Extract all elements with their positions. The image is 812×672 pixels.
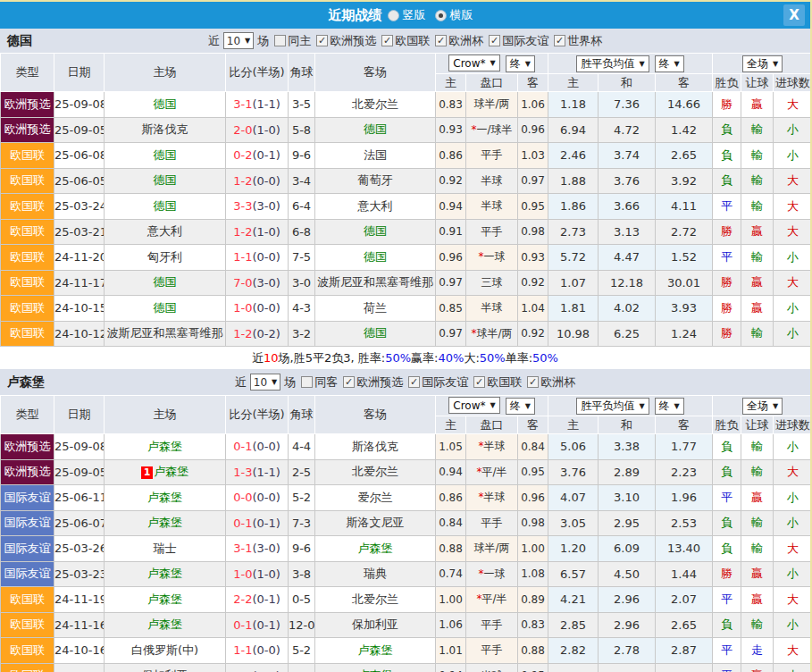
away-team[interactable]: 德国: [315, 117, 436, 143]
europe-period-select[interactable]: 终: [655, 55, 684, 72]
away-team[interactable]: 斯洛文尼亚: [315, 510, 436, 536]
home-team[interactable]: 卢森堡: [105, 510, 226, 536]
away-team[interactable]: 爱尔兰: [315, 485, 436, 511]
away-team[interactable]: 法国: [315, 143, 436, 169]
away-team[interactable]: 卢森堡: [315, 536, 436, 562]
league-type: 欧国联: [1, 296, 54, 322]
away-team[interactable]: 斯洛伐克: [315, 434, 436, 460]
asia-handicap: *平/半: [466, 459, 518, 485]
result-scope-select[interactable]: 全场: [742, 398, 783, 415]
away-team[interactable]: 卢森堡: [315, 663, 436, 672]
col-home: 主场: [105, 396, 226, 434]
league-filter[interactable]: ✓欧洲杯: [435, 33, 483, 49]
corners: 3-2: [289, 321, 315, 347]
checkbox-checked-icon[interactable]: ✓: [343, 376, 355, 388]
europe-away-odds: 1.42: [656, 117, 713, 143]
league-filter[interactable]: ✓欧洲杯: [527, 374, 575, 391]
home-team[interactable]: 德国: [105, 270, 226, 296]
checkbox-checked-icon[interactable]: ✓: [316, 35, 328, 46]
league-filter[interactable]: ✓国际友谊: [408, 374, 468, 391]
col-type: 类型: [1, 396, 54, 434]
home-team[interactable]: 德国: [105, 194, 226, 220]
away-team[interactable]: 瑞典: [315, 561, 436, 587]
checkbox-unchecked-icon[interactable]: [301, 376, 313, 388]
corners: 5-8: [289, 117, 315, 143]
asia-period-select[interactable]: 终: [506, 398, 535, 415]
asia-source-select[interactable]: Crow*: [448, 55, 499, 71]
europe-period-select[interactable]: 终: [655, 398, 684, 415]
home-team[interactable]: 卢森堡: [105, 587, 226, 613]
match-count-select[interactable]: 10: [250, 374, 280, 391]
same-venue-filter[interactable]: 同主: [274, 33, 311, 49]
checkbox-checked-icon[interactable]: ✓: [554, 35, 565, 46]
asia-period-select[interactable]: 终: [506, 55, 535, 72]
away-team[interactable]: 葡萄牙: [315, 168, 436, 194]
home-team[interactable]: 德国: [105, 143, 226, 169]
away-team[interactable]: 荷兰: [315, 296, 436, 322]
match-date: 25-06-08: [54, 143, 105, 169]
away-team[interactable]: 德国: [315, 219, 436, 245]
checkbox-checked-icon[interactable]: ✓: [473, 376, 485, 388]
radio-icon[interactable]: [435, 10, 447, 21]
home-team[interactable]: 匈牙利: [105, 245, 226, 271]
home-team[interactable]: 斯洛伐克: [105, 117, 226, 143]
home-team[interactable]: 德国: [105, 168, 226, 194]
league-filter[interactable]: ✓欧国联: [473, 374, 522, 391]
home-team[interactable]: 波斯尼亚和黑塞哥维那: [105, 321, 226, 347]
home-team[interactable]: 卢森堡: [105, 485, 226, 511]
league-filter[interactable]: ✓世界杯: [554, 33, 602, 49]
summary-part: 50%: [385, 351, 411, 365]
europe-away-odds: 5.07: [656, 663, 713, 672]
home-team[interactable]: 1卢森堡: [105, 459, 226, 485]
home-team[interactable]: 意大利: [105, 219, 226, 245]
home-team[interactable]: 卢森堡: [105, 434, 226, 460]
goals-result: 大: [774, 219, 812, 245]
result-scope-select[interactable]: 全场: [742, 55, 783, 72]
away-team[interactable]: 波斯尼亚和黑塞哥维那: [315, 270, 436, 296]
away-team[interactable]: 德国: [315, 321, 436, 347]
europe-draw-odds: 2.95: [599, 510, 656, 536]
corners: 4-3: [289, 296, 315, 322]
home-team[interactable]: 卢森堡: [105, 561, 226, 587]
league-filter[interactable]: ✓欧洲预选: [343, 374, 403, 391]
layout-radio-option[interactable]: 竖版: [388, 7, 426, 23]
home-team[interactable]: 瑞士: [105, 536, 226, 562]
home-team[interactable]: 卢森堡: [105, 612, 226, 638]
league-filter[interactable]: ✓欧国联: [381, 33, 430, 49]
away-team[interactable]: 意大利: [315, 194, 436, 220]
away-team[interactable]: 德国: [315, 245, 436, 271]
away-team[interactable]: 卢森堡: [315, 638, 436, 664]
away-team[interactable]: 北爱尔兰: [315, 459, 436, 485]
league-filter[interactable]: ✓欧洲预选: [316, 33, 376, 49]
checkbox-checked-icon[interactable]: ✓: [527, 376, 539, 388]
close-button[interactable]: X: [783, 4, 805, 26]
checkbox-unchecked-icon[interactable]: [274, 35, 286, 46]
checkbox-checked-icon[interactable]: ✓: [408, 376, 420, 388]
layout-radio-selected[interactable]: 横版: [435, 7, 473, 23]
asia-source-select[interactable]: Crow*: [448, 397, 499, 414]
away-team[interactable]: 保加利亚: [315, 612, 436, 638]
goals-result: 大: [774, 587, 812, 613]
europe-source-select[interactable]: 胜平负均值: [576, 398, 649, 415]
match-date: 24-11-20: [54, 245, 105, 271]
checkbox-checked-icon[interactable]: ✓: [381, 35, 393, 46]
away-team[interactable]: 北爱尔兰: [315, 92, 436, 118]
handicap-result: 輸: [741, 168, 774, 194]
checkbox-checked-icon[interactable]: ✓: [489, 35, 500, 46]
europe-source-select[interactable]: 胜平负均值: [576, 55, 649, 72]
asia-home-odds: 0.92: [436, 168, 466, 194]
home-team[interactable]: 白俄罗斯(中): [105, 638, 226, 664]
away-team[interactable]: 北爱尔兰: [315, 587, 436, 613]
europe-away-odds: 2.65: [656, 612, 713, 638]
radio-icon[interactable]: [388, 10, 399, 21]
match-count-select[interactable]: 10: [223, 32, 254, 49]
europe-away-odds: 14.66: [656, 92, 713, 118]
checkbox-checked-icon[interactable]: ✓: [435, 35, 447, 46]
same-venue-filter[interactable]: 同客: [301, 374, 338, 391]
home-team[interactable]: 保加利亚: [105, 663, 226, 672]
league-type: 国际友谊: [1, 510, 54, 536]
col-wdl: 胜负: [713, 74, 741, 92]
league-filter[interactable]: ✓国际友谊: [489, 33, 548, 49]
home-team[interactable]: 德国: [105, 296, 226, 322]
home-team[interactable]: 德国: [105, 92, 226, 118]
